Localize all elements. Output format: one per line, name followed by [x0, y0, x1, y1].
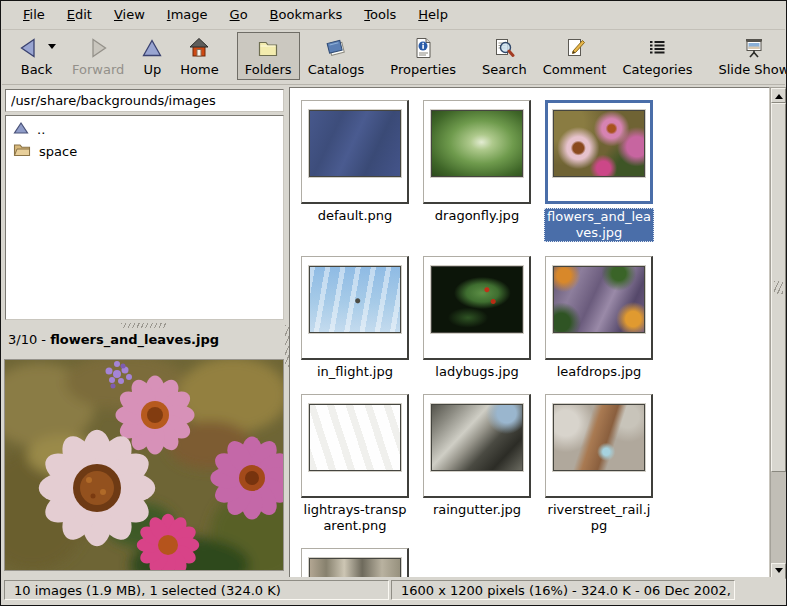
preview-pane — [4, 359, 284, 571]
menu-tools[interactable]: Tools — [353, 2, 407, 28]
thumbnail-image — [553, 404, 645, 471]
tree-item-parent-dir[interactable]: .. — [6, 119, 283, 140]
splitter-grip — [121, 323, 167, 328]
parent-dir-up-icon — [13, 121, 29, 138]
folders-icon — [256, 36, 280, 60]
up-button[interactable]: Up — [132, 32, 172, 80]
tree-item-space[interactable]: space — [6, 140, 283, 162]
menu-bar: File Edit View Image Go Bookmarks Tools … — [2, 1, 785, 30]
menu-help[interactable]: Help — [407, 2, 459, 28]
thumbnail-dragonfly-jpg[interactable]: dragonfly.jpg — [422, 100, 532, 224]
categories-icon — [645, 36, 669, 60]
properties-icon — [411, 36, 435, 60]
folder-tree: .. space — [5, 115, 284, 320]
home-button[interactable]: Home — [172, 32, 226, 80]
thumbnail-image — [309, 266, 401, 333]
menu-image[interactable]: Image — [156, 2, 219, 28]
scroll-down-icon — [775, 568, 783, 577]
home-icon — [187, 36, 211, 60]
forward-button[interactable]: Forward — [64, 32, 132, 80]
comment-icon — [563, 36, 587, 60]
slideshow-button[interactable]: Slide Show — [710, 32, 787, 80]
search-button[interactable]: Search — [474, 32, 535, 80]
toolbar: Back Forward Up Home — [2, 30, 785, 85]
status-image-count: 10 images (1.9 MB), 1 selected (324.0 K) — [4, 580, 389, 600]
thumbnail-partial[interactable] — [300, 548, 410, 579]
thumbnail-flowers-and-leaves-jpg-selected[interactable]: flowers_and_leaves.jpg — [544, 100, 654, 242]
catalogs-icon — [324, 36, 348, 60]
preview-status: 3/10 - flowers_and_leaves.jpg — [8, 332, 219, 347]
thumbnail-image — [553, 266, 645, 333]
vertical-scrollbar[interactable] — [770, 87, 787, 579]
properties-button[interactable]: Properties — [382, 32, 464, 80]
image-browser-window: File Edit View Image Go Bookmarks Tools … — [0, 0, 787, 606]
forward-icon — [86, 36, 110, 60]
categories-button[interactable]: Categories — [614, 32, 700, 80]
thumbnail-raingutter-jpg[interactable]: raingutter.jpg — [422, 394, 532, 518]
up-icon — [140, 36, 164, 60]
menu-view[interactable]: View — [103, 2, 156, 28]
thumbnail-image — [553, 110, 645, 177]
status-image-details: 1600 x 1200 pixels (16%) - 324.0 K - 06 … — [391, 580, 735, 600]
thumbnail-leafdrops-jpg[interactable]: leafdrops.jpg — [544, 256, 654, 380]
thumbnail-in-flight-jpg[interactable]: in_flight.jpg — [300, 256, 410, 380]
thumbnail-view: default.png dragonfly.jpg flowers_and_le… — [289, 87, 770, 579]
thumbnail-lightrays-transparent-png[interactable]: lightrays-transparent.png — [300, 394, 410, 534]
back-icon — [17, 35, 41, 60]
location-input[interactable] — [5, 89, 284, 112]
menu-go[interactable]: Go — [219, 2, 259, 28]
thumbnail-grid: default.png dragonfly.jpg flowers_and_le… — [290, 88, 769, 579]
thumbnail-image — [431, 266, 523, 333]
catalogs-button[interactable]: Catalogs — [300, 32, 373, 80]
menu-bookmarks[interactable]: Bookmarks — [259, 2, 354, 28]
preview-filename: flowers_and_leaves.jpg — [50, 332, 219, 347]
slideshow-icon — [742, 36, 766, 60]
thumbnail-image — [309, 110, 401, 177]
comment-button[interactable]: Comment — [535, 32, 615, 80]
thumbnail-image — [431, 110, 523, 177]
horizontal-splitter[interactable] — [3, 321, 285, 329]
scroll-up-icon — [775, 90, 783, 99]
thumbnail-image — [309, 404, 401, 471]
menu-file[interactable]: File — [12, 2, 56, 28]
search-icon — [492, 36, 516, 60]
thumbnail-default-png[interactable]: default.png — [300, 100, 410, 224]
preview-image — [5, 360, 283, 570]
back-history-dropdown-icon[interactable] — [48, 44, 56, 53]
scroll-up-button[interactable] — [771, 88, 786, 103]
menu-edit[interactable]: Edit — [56, 2, 103, 28]
thumbnail-ladybugs-jpg[interactable]: ladybugs.jpg — [422, 256, 532, 380]
thumbnail-riverstreet-rail-jpg[interactable]: riverstreet_rail.jpg — [544, 394, 654, 534]
preview-position: 3/10 — [8, 332, 37, 347]
scrollbar-grip — [774, 281, 783, 294]
folders-button[interactable]: Folders — [237, 32, 300, 80]
thumbnail-image — [431, 404, 523, 471]
scroll-down-button[interactable] — [771, 563, 786, 578]
scrollbar-thumb[interactable] — [771, 103, 786, 472]
folder-icon — [13, 142, 31, 160]
back-button[interactable]: Back — [9, 32, 64, 80]
thumbnail-image — [309, 558, 401, 579]
status-bar: 10 images (1.9 MB), 1 selected (324.0 K)… — [2, 577, 785, 604]
